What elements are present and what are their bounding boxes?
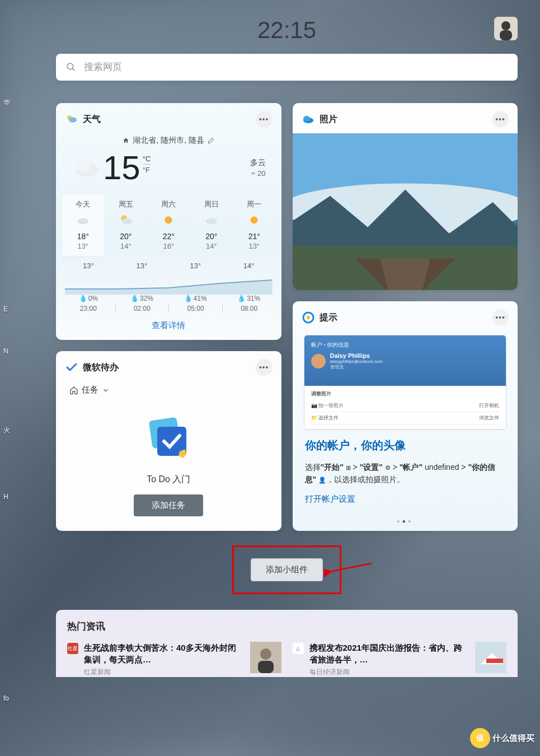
weather-more-button[interactable]: •••	[256, 111, 273, 128]
news-source-badge: △	[293, 643, 304, 654]
svg-point-9	[78, 218, 89, 225]
weather-condition: 多云	[250, 158, 266, 168]
desktop-edge-label: 火	[3, 426, 10, 435]
news-source-badge: 红星	[67, 643, 78, 654]
news-thumbnail	[250, 642, 281, 673]
tasks-dropdown[interactable]: 任务	[56, 381, 281, 401]
home-icon	[123, 137, 129, 144]
cloud-icon	[72, 151, 103, 183]
svg-point-3	[67, 63, 73, 69]
tips-screenshot: 帐户 › 你的信息 Daisy Phillips daisyphillips@o…	[304, 335, 507, 430]
news-headline: 携程发布2021年国庆出游报告：省内、跨省旅游各半，…	[309, 642, 470, 665]
user-avatar[interactable]	[494, 17, 518, 40]
svg-point-12	[165, 217, 172, 224]
weather-title: 天气	[83, 114, 101, 125]
hourly-rain: 💧31%	[222, 295, 276, 302]
news-item[interactable]: 红星生死战前李铁大倒苦水：40多天海外封闭集训，每天两点…红星新闻	[67, 642, 281, 677]
unit-celsius[interactable]: °C	[143, 155, 151, 165]
hourly-sparkline	[65, 272, 273, 295]
news-thumbnail	[475, 642, 506, 673]
svg-point-14	[251, 217, 258, 224]
desktop-edge-label: N	[3, 347, 8, 355]
start-icon: ⊞	[346, 463, 351, 473]
weather-day-icon	[119, 213, 133, 227]
hourly-time: 02:00	[115, 305, 169, 312]
desktop-edge-label: fo	[3, 694, 9, 702]
svg-point-6	[69, 117, 77, 123]
hourly-rain: 💧0%	[62, 295, 115, 302]
svg-point-26	[260, 648, 271, 660]
hourly-rain: 💧41%	[168, 295, 222, 302]
svg-rect-2	[500, 30, 512, 40]
tips-pagination[interactable]: ●●●	[293, 515, 518, 531]
photos-title: 照片	[320, 114, 337, 125]
forecast-day[interactable]: 周六22°16°	[147, 194, 190, 256]
open-account-settings-link[interactable]: 打开帐户设置	[305, 494, 355, 505]
watermark: 值 什么值得买	[470, 728, 534, 748]
tips-heading: 你的帐户，你的头像	[305, 438, 506, 453]
weather-icon	[65, 113, 78, 126]
svg-point-1	[501, 21, 510, 30]
svg-point-13	[206, 218, 217, 225]
svg-rect-27	[258, 661, 274, 673]
desktop-edge-label: H	[3, 493, 8, 501]
edit-icon[interactable]	[208, 137, 214, 144]
photos-widget: 照片 ••• 通过从 OneDrive 应用上传照片， 重温美好的记忆。 获取移…	[293, 103, 518, 290]
photos-background	[293, 133, 518, 290]
hourly-temp: 13°	[62, 262, 115, 270]
todo-intro-text: To Do 入门	[67, 474, 270, 486]
weather-details-link[interactable]: 查看详情	[152, 320, 185, 330]
todo-illustration	[140, 412, 196, 468]
todo-more-button[interactable]: •••	[256, 359, 273, 376]
search-bar[interactable]	[56, 54, 518, 81]
hourly-time: 05:00	[168, 305, 222, 312]
news-source: 红星新闻	[84, 668, 245, 677]
search-icon	[66, 62, 76, 72]
todo-icon	[65, 361, 78, 374]
unit-fahrenheit[interactable]: °F	[143, 166, 151, 174]
svg-point-23	[307, 316, 310, 319]
weather-widget: 天气 ••• 湖北省, 随州市, 随县 15 °C °F	[56, 103, 281, 340]
home-icon	[69, 386, 78, 395]
current-temp: 15	[103, 151, 140, 185]
hourly-temp: 14°	[222, 262, 276, 270]
weather-location[interactable]: 湖北省, 随州市, 随县	[56, 136, 281, 146]
hourly-time: 23:00	[62, 305, 115, 312]
tips-body: 选择"开始" ⊞ > "设置" ⚙ > "帐户" undefined > "你的…	[305, 461, 506, 486]
gear-icon: ⚙	[385, 463, 391, 473]
clock: 22:15	[56, 17, 518, 44]
hourly-temp: 13°	[115, 262, 169, 270]
forecast-day[interactable]: 周日20°14°	[190, 194, 233, 256]
news-item[interactable]: △携程发布2021年国庆出游报告：省内、跨省旅游各半，…每日经济新闻	[293, 642, 507, 677]
news-title: 热门资讯	[67, 620, 506, 633]
annotation-arrow	[324, 561, 374, 580]
svg-point-8	[77, 160, 91, 172]
chevron-down-icon	[102, 386, 110, 394]
onedrive-icon	[302, 113, 315, 126]
weather-feelslike: 𝄐 20	[250, 169, 266, 178]
add-widget-button[interactable]: 添加小组件	[251, 558, 323, 581]
forecast-day[interactable]: 今天18°13°	[62, 194, 105, 256]
svg-line-24	[330, 563, 372, 572]
news-widget: 热门资讯 红星生死战前李铁大倒苦水：40多天海外封闭集训，每天两点…红星新闻△携…	[56, 610, 518, 677]
tips-icon	[302, 311, 315, 324]
desktop-edge-label: 华	[3, 98, 10, 108]
news-source: 每日经济新闻	[309, 668, 470, 677]
weather-day-icon	[247, 213, 261, 227]
weather-day-icon	[204, 213, 219, 227]
svg-point-18	[303, 116, 310, 122]
hourly-temp: 13°	[168, 262, 222, 270]
hourly-rain: 💧32%	[115, 295, 169, 302]
todo-title: 微软待办	[83, 362, 119, 374]
forecast-day[interactable]: 周一21°13°	[233, 194, 276, 256]
tips-title: 提示	[320, 312, 337, 324]
add-task-button[interactable]: 添加任务	[134, 494, 203, 516]
weather-day-icon	[161, 213, 176, 227]
forecast-day[interactable]: 周五20°14°	[105, 194, 148, 256]
tips-widget: 提示 ••• 帐户 › 你的信息 Daisy Phillips daisyphi…	[293, 301, 518, 531]
news-headline: 生死战前李铁大倒苦水：40多天海外封闭集训，每天两点…	[84, 642, 245, 665]
tips-more-button[interactable]: •••	[492, 309, 509, 326]
weather-day-icon	[76, 213, 90, 227]
photos-more-button[interactable]: •••	[492, 111, 509, 128]
search-input[interactable]	[84, 62, 508, 73]
